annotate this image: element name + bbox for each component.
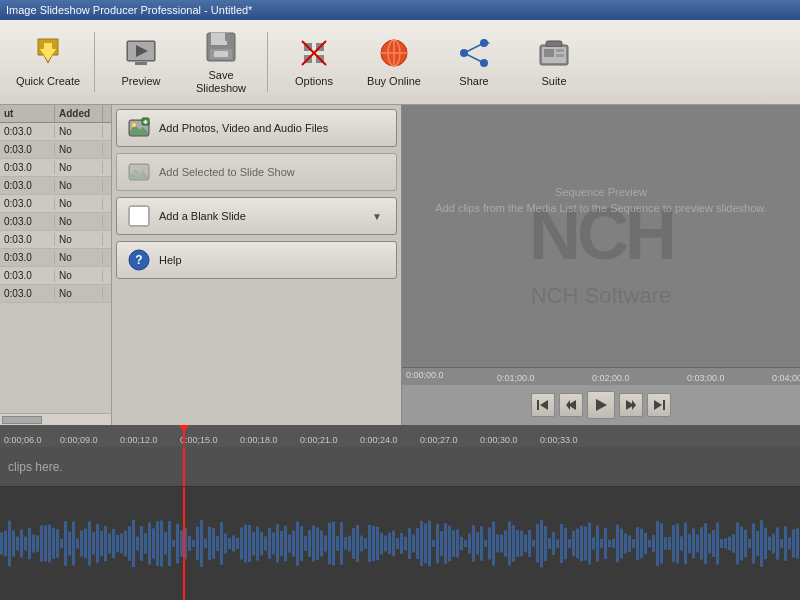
svg-rect-69 [48,525,51,563]
svg-rect-119 [248,525,251,562]
svg-rect-190 [532,540,535,546]
media-row[interactable]: 0:03.0No [0,249,111,267]
quick-create-button[interactable]: Quick Create [10,26,86,98]
svg-rect-80 [92,532,95,554]
svg-rect-157 [400,533,403,554]
svg-rect-82 [100,531,103,557]
tl-time-8: 0:00;30.0 [480,435,518,445]
add-blank-arrow-icon[interactable]: ▼ [368,207,386,226]
svg-rect-126 [276,524,279,562]
toolbar: Quick Create Preview Save Slideshow [0,20,800,105]
svg-marker-50 [566,400,570,410]
svg-rect-7 [211,33,227,45]
media-row[interactable]: 0:03.0No [0,159,111,177]
media-row[interactable]: 0:03.0No [0,177,111,195]
svg-rect-251 [776,527,779,559]
media-row[interactable]: 0:03.0No [0,231,111,249]
help-icon: ? [127,248,151,272]
options-icon [296,35,332,71]
title-bar: Image Slideshow Producer Professional - … [0,0,800,20]
svg-rect-255 [792,529,795,557]
svg-rect-60 [12,530,15,556]
svg-rect-181 [496,535,499,553]
waveform-svg [0,487,800,600]
media-row[interactable]: 0:03.0No [0,267,111,285]
svg-rect-92 [140,526,143,561]
svg-rect-100 [172,540,175,547]
svg-rect-122 [260,532,263,556]
add-blank-button[interactable]: Add a Blank Slide ▼ [116,197,397,235]
svg-rect-147 [360,536,363,552]
media-row[interactable]: 0:03.0No [0,213,111,231]
svg-rect-166 [436,524,439,564]
svg-rect-87 [120,534,123,554]
svg-marker-51 [596,399,607,411]
svg-rect-220 [652,535,655,552]
prev-frame-button[interactable] [559,393,583,417]
svg-rect-238 [724,538,727,548]
svg-rect-95 [152,528,155,558]
svg-rect-225 [672,525,675,562]
svg-rect-211 [616,525,619,563]
video-track-hint: clips here. [8,460,63,474]
preview-area: Sequence Preview Add clips from the Medi… [402,105,800,367]
media-row[interactable]: 0:03.0No [0,141,111,159]
svg-rect-85 [112,529,115,558]
help-button[interactable]: ? Help [116,241,397,279]
svg-rect-145 [352,528,355,559]
suite-button[interactable]: Suite [516,26,592,98]
svg-rect-243 [744,530,747,558]
svg-rect-73 [64,521,67,566]
svg-rect-114 [228,538,231,549]
svg-rect-128 [284,526,287,562]
next-frame-button[interactable] [619,393,643,417]
media-list: ut Added 0:03.0No0:03.0No0:03.0No0:03.0N… [0,105,111,425]
play-button[interactable] [587,391,615,419]
svg-rect-221 [656,521,659,566]
svg-rect-144 [348,536,351,552]
svg-rect-244 [748,539,751,549]
options-button[interactable]: Options [276,26,352,98]
add-blank-icon [127,204,151,228]
svg-rect-173 [464,540,467,547]
media-row[interactable]: 0:03.0No [0,195,111,213]
buy-online-button[interactable]: Buy Online [356,26,432,98]
svg-rect-186 [516,530,519,557]
svg-rect-83 [104,526,107,561]
add-photos-button[interactable]: Add Photos, Video and Audio Files [116,109,397,147]
svg-rect-76 [76,538,79,548]
svg-rect-124 [268,528,271,559]
svg-rect-106 [196,527,199,560]
ruler-time-4: 0:04;00.0 [772,373,800,383]
svg-rect-176 [476,532,479,554]
tl-time-6: 0:00;24.0 [360,435,398,445]
svg-rect-204 [588,523,591,565]
media-row[interactable]: 0:03.0No [0,285,111,303]
svg-rect-254 [788,537,791,549]
share-button[interactable]: Share [436,26,512,98]
svg-rect-191 [536,524,539,562]
media-list-body[interactable]: 0:03.0No0:03.0No0:03.0No0:03.0No0:03.0No… [0,123,111,413]
media-row[interactable]: 0:03.0No [0,123,111,141]
svg-rect-200 [572,531,575,556]
svg-rect-78 [84,529,87,559]
svg-rect-248 [764,528,767,559]
svg-rect-180 [492,521,495,565]
save-slideshow-button[interactable]: Save Slideshow [183,26,259,98]
svg-rect-67 [40,525,43,561]
media-cell-added: No [55,197,103,210]
svg-line-25 [464,53,484,63]
svg-rect-148 [364,538,367,549]
svg-rect-177 [480,526,483,560]
goto-end-button[interactable] [647,393,671,417]
svg-rect-219 [648,540,651,548]
preview-button[interactable]: Preview [103,26,179,98]
svg-rect-81 [96,524,99,562]
svg-rect-189 [528,530,531,557]
media-list-scrollbar-h[interactable] [0,413,111,425]
svg-rect-233 [704,523,707,564]
svg-rect-226 [676,524,679,564]
media-cell-added: No [55,125,103,138]
goto-start-button[interactable] [531,393,555,417]
svg-rect-205 [592,537,595,549]
